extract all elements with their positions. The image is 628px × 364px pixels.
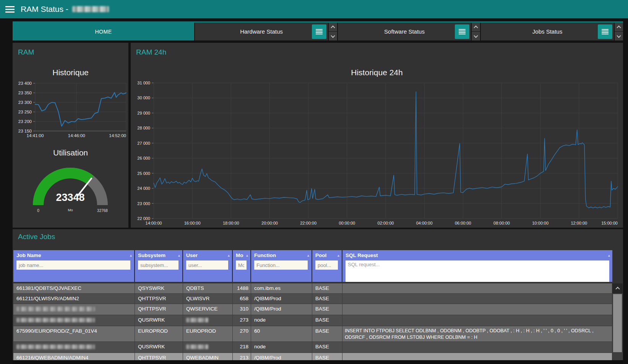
scrollbar-thumb[interactable] [613,294,622,352]
sort-mo[interactable]: Mo▲ [236,251,249,259]
tab-group-jobs: Jobs Status [481,23,623,40]
horizontal-scrollbar[interactable] [13,360,623,364]
cell-mo: 213 [233,353,251,360]
column-mo: Mo▲ [233,250,251,282]
column-label: SQL Request [346,252,607,258]
cell-mo: 270 [233,326,251,341]
sort-asc-icon: ▲ [307,254,310,257]
svg-text:23 150: 23 150 [18,129,32,133]
svg-text:23 350: 23 350 [18,91,32,95]
cell-subsystem: QUSRWRK [135,342,183,353]
ram-usage-gauge: 23348Mo032768 [26,159,114,214]
svg-text:0: 0 [37,209,39,213]
ram-panel-title: RAM [18,48,34,57]
pool-filter-input[interactable] [315,260,338,270]
scroll-up-button[interactable] [612,283,623,293]
function-filter-input[interactable] [254,260,308,270]
sql-filter-input[interactable] [346,260,609,282]
sort-sql[interactable]: SQL Request▲ [346,251,611,259]
sort-pool[interactable]: Pool▲ [315,251,340,259]
svg-text:08:00:00: 08:00:00 [493,221,510,225]
column-label: Job Name [16,252,128,258]
list-icon [316,29,323,34]
sort-function[interactable]: Function▲ [254,251,310,259]
column-sql: SQL Request▲ [342,250,612,282]
cell-pool: BASE [312,326,342,341]
column-subsystem: Subsystem▲ [135,250,183,282]
spin-up-button[interactable] [329,23,337,31]
cell-jobname: 661216/QWEBADMIN/ADMIN4 [13,353,135,360]
subsystem-filter-input[interactable] [138,260,179,270]
tab-software-status[interactable]: Software Status [338,23,471,40]
table-row[interactable]: 661211/QLWISVR/ADMIN2QHTTPSVRQLWISVR658/… [13,294,612,304]
redacted-text [16,307,95,311]
cell-sql [342,304,612,315]
table-row[interactable]: QUSRWRK218nodeBASE [13,342,612,353]
table-row[interactable]: 661381/QDBTS/QJVAEXECQSYSWRKQDBTS1488com… [13,283,612,294]
sort-asc-icon: ▲ [337,254,340,257]
ram-panel: RAM Historique 23 15023 20023 25023 3002… [13,43,128,228]
jobname-filter-input[interactable] [16,260,130,270]
page-title: RAM Status - [21,5,68,14]
cell-sql [342,342,612,353]
tab-hardware-status[interactable]: Hardware Status [195,23,328,40]
cell-sql [342,353,612,360]
cell-subsystem: EUROPROD [135,326,183,341]
cell-subsystem: QHTTPSVR [135,353,183,360]
cell-user: QWEBADMIN [183,353,233,360]
chevron-up-icon [617,25,621,29]
spin-up-button[interactable] [472,23,480,31]
sort-asc-icon: ▲ [245,254,249,257]
jobs-table-rows: 661381/QDBTS/QJVAEXECQSYSWRKQDBTS1488com… [13,283,612,360]
cell-sql [342,283,612,293]
table-row[interactable]: QHTTPSVRQWSERVICE310/QIBM/ProdBASE [13,304,612,315]
list-icon [602,29,609,34]
title-bar: RAM Status - [0,0,628,18]
svg-text:Mo: Mo [68,208,73,212]
sort-jobname[interactable]: Job Name▲ [16,251,133,259]
cell-user [183,342,233,353]
tab-jobs-status[interactable]: Jobs Status [481,23,614,40]
svg-text:14:00:00: 14:00:00 [146,221,162,225]
vertical-scrollbar[interactable] [612,283,623,360]
tab-home[interactable]: HOME [13,23,194,40]
chevron-down-icon [617,33,621,37]
cell-user: QWSERVICE [183,304,233,315]
svg-text:10:00:00: 10:00:00 [532,221,548,225]
spin-down-button[interactable] [615,32,623,40]
jobs-list-button[interactable] [598,24,612,39]
cell-pool: BASE [312,304,342,315]
svg-text:23 300: 23 300 [18,100,32,105]
spin-down-button[interactable] [329,32,337,40]
cell-mo: 273 [233,315,251,326]
cell-jobname [13,342,135,353]
sort-asc-icon: ▲ [177,254,181,257]
cell-jobname: 661211/QLWISVR/ADMIN2 [13,294,135,304]
active-jobs-panel: Active Jobs Job Name▲ Subsystem▲ User▲ M… [13,229,623,364]
svg-text:15:00:00: 15:00:00 [601,221,618,225]
cell-pool: BASE [312,294,342,304]
svg-text:23 250: 23 250 [18,110,32,114]
table-row[interactable]: QUSRWRK273nodeBASE [13,315,612,326]
svg-text:29 000: 29 000 [137,111,150,115]
cell-subsystem: QSYSWRK [135,283,183,293]
svg-text:14:41:00: 14:41:00 [27,133,44,138]
software-list-button[interactable] [455,24,469,39]
sort-user[interactable]: User▲ [186,251,230,259]
spin-up-button[interactable] [615,23,623,31]
table-row[interactable]: 661216/QWEBADMIN/ADMIN4QHTTPSVRQWEBADMIN… [13,353,612,360]
user-filter-input[interactable] [186,260,228,270]
sort-subsystem[interactable]: Subsystem▲ [138,251,181,259]
column-label: User [186,252,226,258]
hardware-list-button[interactable] [312,24,326,39]
table-row[interactable]: 675990/EUROPROD/Z_FAB_01V4EUROPRODEUROPR… [13,326,612,342]
ram-status-dashboard: { "header": { "title": "RAM Status -", "… [0,0,628,364]
svg-text:06:00:00: 06:00:00 [455,221,471,225]
tab-group-hardware: Hardware Status [195,23,337,40]
cell-mo: 658 [233,294,251,304]
spin-down-button[interactable] [472,32,480,40]
mo-filter-input[interactable] [236,260,247,270]
menu-icon[interactable] [5,6,15,13]
cell-pool: BASE [312,283,342,293]
svg-text:00:00:00: 00:00:00 [339,221,355,225]
